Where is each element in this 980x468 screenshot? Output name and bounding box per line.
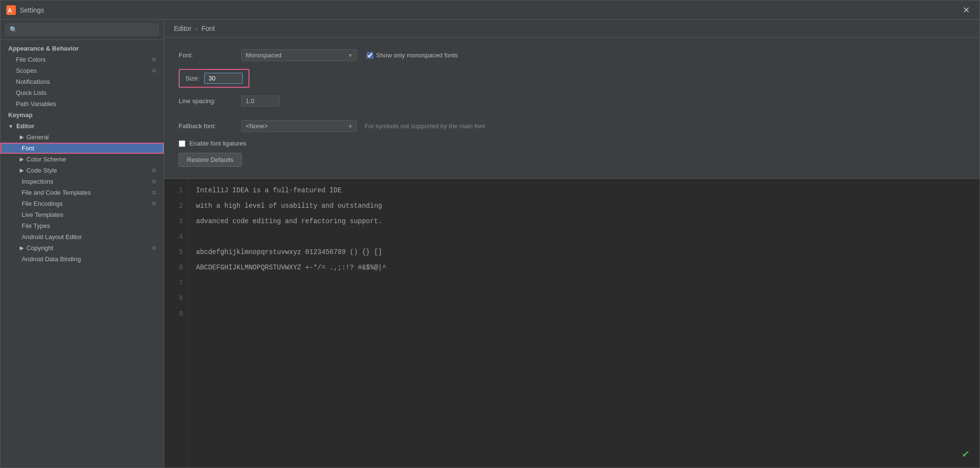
fallback-font-row: Fallback font: <None> ▼ For symbols not … xyxy=(179,120,965,132)
breadcrumb-parent: Editor xyxy=(174,25,192,32)
sidebar: Appearance & Behavior File Colors ⧉ Scop… xyxy=(0,20,164,468)
breadcrumb-separator: › xyxy=(196,25,198,32)
copy-icon: ⧉ xyxy=(152,167,156,174)
line-spacing-input[interactable] xyxy=(241,95,280,107)
line-number-6: 6 xyxy=(164,260,188,275)
copy-icon: ⧉ xyxy=(152,245,156,251)
settings-window: A Settings ✕ Appearance & Behavior File … xyxy=(0,0,980,468)
preview-line-3: advanced code editing and refactoring su… xyxy=(196,214,972,229)
preview-gutter: 1 2 3 4 5 6 7 8 9 xyxy=(164,179,188,468)
preview-line-2: with a high level of usability and outst… xyxy=(196,198,972,214)
copy-icon: ⧉ xyxy=(152,56,156,63)
font-label: Font: xyxy=(179,52,241,59)
sidebar-item-code-style[interactable]: ▶ Code Style ⧉ xyxy=(0,165,164,176)
line-number-2: 2 xyxy=(164,198,188,214)
font-row: Font: Monospaced Consolas Courier New Je… xyxy=(179,49,965,61)
sidebar-item-font[interactable]: Font xyxy=(0,143,164,154)
preview-line-8 xyxy=(196,291,972,306)
sidebar-item-copyright[interactable]: ▶ Copyright ⧉ xyxy=(0,242,164,254)
preview-check-icon: ✔ xyxy=(962,448,970,460)
copy-icon: ⧉ xyxy=(152,178,156,185)
preview-line-4 xyxy=(196,229,972,244)
sidebar-item-file-colors[interactable]: File Colors ⧉ xyxy=(0,54,164,65)
ligatures-row: Enable font ligatures xyxy=(179,140,965,147)
copy-icon: ⧉ xyxy=(152,189,156,196)
expand-arrow: ▶ xyxy=(20,167,24,174)
sidebar-item-file-encodings[interactable]: File Encodings ⧉ xyxy=(0,198,164,209)
expand-arrow: ▶ xyxy=(20,245,24,251)
line-number-5: 5 xyxy=(164,244,188,260)
sidebar-item-inspections[interactable]: Inspections ⧉ xyxy=(0,176,164,187)
font-select-wrapper: Monospaced Consolas Courier New JetBrain… xyxy=(241,49,357,61)
show-monospaced-checkbox[interactable] xyxy=(366,52,373,59)
title-bar: A Settings ✕ xyxy=(0,0,980,20)
sidebar-group-editor[interactable]: ▼ Editor xyxy=(0,120,164,132)
sidebar-item-live-templates[interactable]: Live Templates xyxy=(0,209,164,220)
ligatures-checkbox[interactable] xyxy=(179,140,185,147)
sidebar-item-android-data-binding[interactable]: Android Data Binding xyxy=(0,254,164,265)
main-panel: Editor › Font Font: Monospaced Consolas … xyxy=(164,20,980,468)
size-input[interactable] xyxy=(204,73,243,84)
line-number-3: 3 xyxy=(164,214,188,229)
sidebar-item-quick-lists[interactable]: Quick Lists xyxy=(0,87,164,98)
app-icon: A xyxy=(6,5,16,15)
sidebar-item-path-variables[interactable]: Path Variables xyxy=(0,98,164,109)
fallback-font-label: Fallback font: xyxy=(179,122,241,130)
line-number-7: 7 xyxy=(164,275,188,291)
show-monospaced-label: Show only monospaced fonts xyxy=(376,52,458,59)
show-monospaced-row: Show only monospaced fonts xyxy=(366,52,458,59)
line-number-9: 9 xyxy=(164,306,188,321)
collapse-arrow: ▼ xyxy=(8,123,13,129)
sidebar-section-keymap[interactable]: Keymap xyxy=(0,109,164,120)
main-content: Appearance & Behavior File Colors ⧉ Scop… xyxy=(0,20,980,468)
line-spacing-row: Line spacing: xyxy=(179,95,965,107)
svg-text:A: A xyxy=(8,7,12,14)
expand-arrow: ▶ xyxy=(20,134,24,140)
expand-arrow: ▶ xyxy=(20,156,24,162)
preview-line-9 xyxy=(196,306,972,321)
line-number-1: 1 xyxy=(164,183,188,198)
breadcrumb: Editor › Font xyxy=(164,20,980,38)
sidebar-section-appearance[interactable]: Appearance & Behavior xyxy=(0,43,164,54)
close-button[interactable]: ✕ xyxy=(959,4,974,16)
line-number-4: 4 xyxy=(164,229,188,244)
sidebar-item-notifications[interactable]: Notifications xyxy=(0,76,164,87)
search-bar xyxy=(0,20,164,40)
copy-icon: ⧉ xyxy=(152,201,156,207)
sidebar-item-general[interactable]: ▶ General xyxy=(0,132,164,143)
preview-line-7 xyxy=(196,275,972,291)
preview-code: IntelliJ IDEA is a full-featured IDE wit… xyxy=(188,179,980,468)
sidebar-tree: Appearance & Behavior File Colors ⧉ Scop… xyxy=(0,40,164,468)
fallback-select[interactable]: <None> xyxy=(241,120,357,132)
preview-area: 1 2 3 4 5 6 7 8 9 IntelliJ IDEA is a ful… xyxy=(164,178,980,468)
fallback-hint: For symbols not supported by the main fo… xyxy=(365,122,485,130)
preview-line-1: IntelliJ IDEA is a full-featured IDE xyxy=(196,183,972,198)
size-label: Size: xyxy=(185,75,199,82)
sidebar-item-color-scheme[interactable]: ▶ Color Scheme xyxy=(0,154,164,165)
fallback-select-wrapper: <None> ▼ xyxy=(241,120,357,132)
preview-line-6: ABCDEFGHIJKLMNOPQRSTUVWXYZ +-*/= .,;:!? … xyxy=(196,260,972,275)
size-row: Size: xyxy=(179,69,965,88)
line-spacing-label: Line spacing: xyxy=(179,97,241,105)
restore-defaults-button[interactable]: Restore Defaults xyxy=(179,153,242,167)
font-select[interactable]: Monospaced Consolas Courier New JetBrain… xyxy=(241,49,357,61)
ligatures-label: Enable font ligatures xyxy=(189,140,247,147)
search-input[interactable] xyxy=(5,24,159,36)
window-title: Settings xyxy=(20,6,959,14)
sidebar-item-file-types[interactable]: File Types xyxy=(0,220,164,231)
sidebar-item-android-layout-editor[interactable]: Android Layout Editor xyxy=(0,231,164,242)
sidebar-item-file-code-templates[interactable]: File and Code Templates ⧉ xyxy=(0,187,164,198)
settings-form: Font: Monospaced Consolas Courier New Je… xyxy=(164,38,980,178)
breadcrumb-current: Font xyxy=(201,25,215,32)
line-number-8: 8 xyxy=(164,291,188,306)
preview-line-5: abcdefghijklmnopqrstuvwxyz 0123456789 ()… xyxy=(196,244,972,260)
sidebar-item-scopes[interactable]: Scopes ⧉ xyxy=(0,65,164,76)
copy-icon: ⧉ xyxy=(152,67,156,74)
